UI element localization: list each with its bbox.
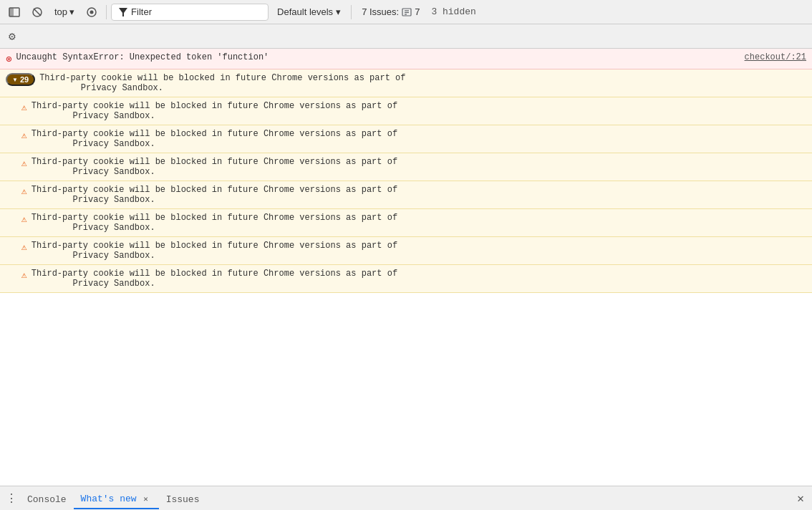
issues-button[interactable]: 7 Issues: 7 <box>356 4 425 21</box>
warning-text-5: Third-party cookie will be blocked in fu… <box>32 213 806 233</box>
warning-group-expand-button[interactable]: ▼ 29 <box>6 73 35 86</box>
warning-text-4: Third-party cookie will be blocked in fu… <box>32 185 806 205</box>
warning-text-6: Third-party cookie will be blocked in fu… <box>32 241 806 261</box>
warning-text-7: Third-party cookie will be blocked in fu… <box>32 269 806 289</box>
toolbar-row2: ⚙ <box>0 24 812 49</box>
toolbar-divider-2 <box>351 5 352 19</box>
warning-row-2: ⚠ Third-party cookie will be blocked in … <box>0 125 812 153</box>
issues-count: 7 <box>415 6 420 17</box>
warning-icon-5: ⚠ <box>21 213 27 225</box>
svg-point-5 <box>90 10 94 14</box>
live-expressions-button[interactable] <box>82 4 102 21</box>
default-levels-button[interactable]: Default levels ▾ <box>271 4 347 21</box>
context-selector-button[interactable]: top ▾ <box>50 4 79 21</box>
filter-input[interactable]: Filter <box>111 4 269 21</box>
warning-icon-2: ⚠ <box>21 130 27 141</box>
tab-whats-new[interactable]: What's new ✕ <box>74 489 159 509</box>
warning-icon-7: ⚠ <box>21 269 27 281</box>
tab-whats-new-close-button[interactable]: ✕ <box>140 493 152 504</box>
svg-rect-0 <box>9 8 14 16</box>
warning-row-5: ⚠ Third-party cookie will be blocked in … <box>0 209 812 237</box>
close-drawer-button[interactable]: ✕ <box>792 490 809 507</box>
warning-icon-3: ⚠ <box>21 158 27 169</box>
tab-issues[interactable]: Issues <box>159 489 207 509</box>
warning-text-3: Third-party cookie will be blocked in fu… <box>32 157 806 177</box>
warning-group-row: ▼ 29 Third-party cookie will be blocked … <box>0 69 812 97</box>
error-link[interactable]: checkout/:21 <box>745 52 806 62</box>
issues-label: 7 Issues: <box>362 6 399 17</box>
svg-marker-6 <box>119 8 127 16</box>
error-row: ⊗ Uncaught SyntaxError: Unexpected token… <box>0 49 812 69</box>
warning-row-4: ⚠ Third-party cookie will be blocked in … <box>0 181 812 209</box>
context-arrow: ▾ <box>69 6 74 17</box>
warning-row-3: ⚠ Third-party cookie will be blocked in … <box>0 153 812 181</box>
tab-console-label: Console <box>27 494 67 505</box>
console-content: ⊗ Uncaught SyntaxError: Unexpected token… <box>0 49 812 486</box>
hidden-count: 3 hidden <box>428 5 478 19</box>
error-icon: ⊗ <box>6 53 11 65</box>
warning-icon-1: ⚠ <box>21 102 27 113</box>
console-settings-button[interactable]: ⚙ <box>6 27 19 47</box>
filter-icon <box>119 8 127 16</box>
tab-bar: ⋮ Console What's new ✕ Issues ✕ <box>0 486 812 510</box>
expand-triangle: ▼ <box>12 77 18 83</box>
warning-row-1: ⚠ Third-party cookie will be blocked in … <box>0 97 812 125</box>
toggle-sidebar-button[interactable] <box>4 4 24 21</box>
svg-line-3 <box>34 9 41 16</box>
levels-arrow: ▾ <box>336 6 341 17</box>
tab-menu-button[interactable]: ⋮ <box>3 490 20 507</box>
warning-row-6: ⚠ Third-party cookie will be blocked in … <box>0 237 812 265</box>
warning-icon-6: ⚠ <box>21 241 27 253</box>
tab-whats-new-label: What's new <box>81 494 137 504</box>
warning-group-count: 29 <box>20 75 29 84</box>
filter-label: Filter <box>131 6 152 17</box>
stop-button[interactable] <box>27 4 47 21</box>
levels-label: Default levels <box>277 6 333 17</box>
toolbar-divider-1 <box>106 5 107 19</box>
warning-text-2: Third-party cookie will be blocked in fu… <box>32 129 806 149</box>
console-toolbar: top ▾ Filter Default levels ▾ 7 Issues: … <box>0 0 812 24</box>
warning-group-text: Third-party cookie will be blocked in fu… <box>39 73 806 93</box>
issues-icon <box>402 8 412 16</box>
tab-console[interactable]: Console <box>20 489 74 509</box>
warning-icon-4: ⚠ <box>21 186 27 197</box>
warning-row-7: ⚠ Third-party cookie will be blocked in … <box>0 265 812 293</box>
error-text: Uncaught SyntaxError: Unexpected token '… <box>16 52 740 62</box>
tab-issues-label: Issues <box>166 494 200 505</box>
warning-text-1: Third-party cookie will be blocked in fu… <box>32 101 806 121</box>
context-label: top <box>54 6 67 17</box>
